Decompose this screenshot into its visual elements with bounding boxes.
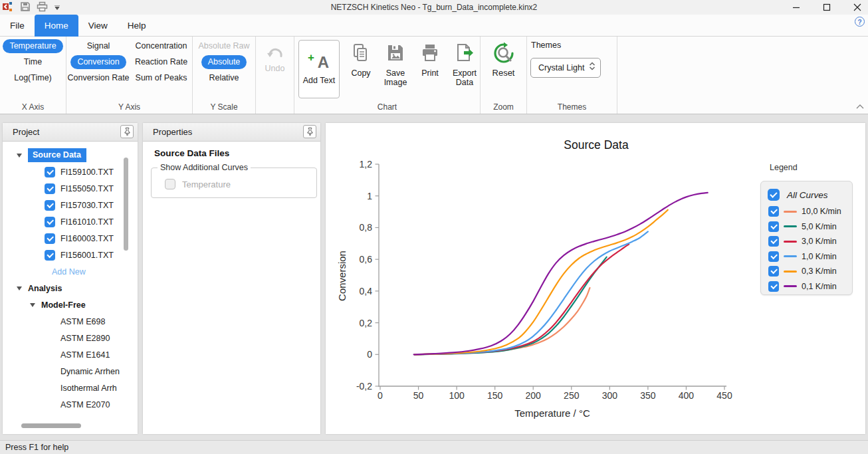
series-label: 10,0 K/min: [802, 207, 841, 216]
y-axis-signal-button[interactable]: Signal: [80, 39, 117, 53]
show-additional-curves-group: Show Additional Curves Temperature: [151, 163, 317, 198]
file-checkbox[interactable]: [45, 250, 55, 261]
svg-text:1,2: 1,2: [360, 159, 373, 170]
legend-series-row[interactable]: 10,0 K/min: [761, 204, 852, 219]
add-text-button[interactable]: +A Add Text: [298, 40, 340, 98]
legend-series-row[interactable]: 0,3 K/min: [761, 264, 852, 279]
file-checkbox[interactable]: [45, 183, 55, 194]
expand-triangle-icon[interactable]: [30, 303, 35, 307]
ribbon-group-y-axis: Signal Conversion Conversion Rate Concen…: [66, 37, 193, 114]
y-scale-relative-button[interactable]: Relative: [202, 71, 245, 85]
export-data-icon: [455, 43, 475, 66]
minimize-button[interactable]: [791, 2, 802, 13]
chart-title: Source Data: [564, 138, 629, 152]
source-file-row[interactable]: FI161010.TXT: [3, 213, 138, 230]
series-label: 5,0 K/min: [802, 222, 837, 231]
series-checkbox[interactable]: [768, 236, 779, 247]
source-file-row[interactable]: FI159100.TXT: [3, 164, 138, 180]
analysis-method-row[interactable]: ASTM E698: [3, 313, 138, 330]
project-panel-header: Project: [3, 123, 138, 142]
ribbon-group-y-scale: Absolute Raw Absolute Relative Y Scale: [193, 37, 256, 114]
svg-text:1: 1: [367, 191, 372, 201]
y-axis-sum-of-peaks-button[interactable]: Sum of Peaks: [133, 71, 190, 85]
analysis-method-row[interactable]: ASTM E2890: [3, 330, 138, 346]
copy-button[interactable]: Copy: [344, 43, 378, 87]
export-data-button[interactable]: Export Data: [447, 43, 482, 87]
reset-zoom-button[interactable]: Reset: [492, 68, 515, 78]
series-color-swatch: [784, 211, 797, 213]
legend-series-row[interactable]: 3,0 K/min: [761, 234, 852, 249]
file-checkbox[interactable]: [45, 200, 55, 211]
help-icon[interactable]: [855, 17, 865, 27]
expand-triangle-icon[interactable]: [17, 286, 22, 290]
source-file-row[interactable]: FI160003.TXT: [3, 230, 138, 247]
x-axis-logtime-button[interactable]: Log(Time): [7, 71, 58, 85]
y-axis-concentration-button[interactable]: Concentration: [133, 39, 190, 53]
svg-text:450: 450: [716, 390, 732, 401]
analysis-method-row[interactable]: Dynamic Arrhen: [3, 363, 138, 380]
series-color-swatch: [784, 225, 797, 227]
legend-series-row[interactable]: 5,0 K/min: [761, 219, 852, 235]
series-checkbox[interactable]: [768, 251, 779, 262]
legend-series-row[interactable]: 1,0 K/min: [761, 249, 852, 265]
pin-icon[interactable]: [120, 125, 134, 138]
collapse-ribbon-icon[interactable]: [856, 101, 864, 111]
source-file-row[interactable]: FI157030.TXT: [3, 197, 138, 213]
project-panel: Project Source Data FI159100.TXT FI15505…: [3, 123, 138, 434]
y-scale-absolute-button[interactable]: Absolute: [201, 55, 247, 69]
legend-box: All Curves 10,0 K/min 5,0 K/min 3,0 K/mi…: [760, 181, 853, 295]
source-file-row[interactable]: FI155050.TXT: [3, 180, 138, 197]
chart-panel: Source Data 0501001502002503003504004501…: [326, 123, 865, 434]
save-image-button[interactable]: Save Image: [378, 43, 413, 87]
tree-node-model-free[interactable]: Model-Free: [3, 296, 138, 313]
vertical-scrollbar-thumb[interactable]: [124, 158, 128, 251]
theme-select[interactable]: Crystal Light: [530, 58, 601, 78]
series-checkbox[interactable]: [768, 221, 779, 232]
y-axis-conversion-rate-button[interactable]: Conversion Rate: [66, 71, 130, 85]
svg-text:250: 250: [564, 390, 580, 401]
source-file-row[interactable]: FI156001.TXT: [3, 247, 138, 263]
tree-node-source-data[interactable]: Source Data: [3, 147, 138, 164]
series-checkbox[interactable]: [768, 266, 779, 277]
window-title: NETZSCH Kinetics Neo - Tg_burn_Data_inco…: [0, 3, 868, 12]
expand-triangle-icon[interactable]: [17, 154, 22, 158]
series-label: 3,0 K/min: [802, 237, 837, 246]
series-color-swatch: [784, 241, 797, 243]
legend-series-row[interactable]: 0,1 K/min: [761, 279, 852, 294]
file-checkbox[interactable]: [45, 167, 55, 177]
close-button[interactable]: [852, 2, 863, 13]
series-label: 0,1 K/min: [802, 282, 837, 291]
analysis-method-row[interactable]: Isothermal Arrh: [3, 380, 138, 396]
svg-text:350: 350: [640, 390, 656, 401]
tree-node-analysis[interactable]: Analysis: [3, 280, 138, 296]
data-curves: [414, 193, 708, 354]
legend-all-curves-row[interactable]: All Curves: [761, 185, 852, 204]
menu-tab-file[interactable]: File: [0, 15, 35, 37]
y-scale-absolute-raw-button: Absolute Raw: [197, 39, 251, 53]
x-axis-time-button[interactable]: Time: [17, 55, 49, 69]
legend-title: Legend: [770, 163, 798, 172]
y-axis-reaction-rate-button[interactable]: Reaction Rate: [132, 55, 190, 69]
analysis-method-row[interactable]: ASTM E2070: [3, 396, 138, 413]
menu-tab-view[interactable]: View: [78, 15, 118, 37]
print-button[interactable]: Print: [413, 43, 447, 87]
titlebar: NETZSCH Kinetics Neo - Tg_burn_Data_inco…: [0, 0, 868, 15]
horizontal-scrollbar-thumb[interactable]: [21, 423, 81, 428]
file-checkbox[interactable]: [45, 217, 55, 227]
analysis-method-row[interactable]: ASTM E1641: [3, 346, 138, 363]
menu-tab-home[interactable]: Home: [35, 15, 78, 37]
pin-icon[interactable]: [303, 125, 316, 138]
x-axis-temperature-button[interactable]: Temperature: [3, 39, 62, 53]
series-checkbox[interactable]: [768, 281, 779, 292]
file-checkbox[interactable]: [45, 233, 55, 244]
maximize-button[interactable]: [821, 2, 832, 13]
add-new-link[interactable]: Add New: [3, 263, 138, 280]
series-checkbox[interactable]: [768, 206, 779, 217]
project-panel-title: Project: [13, 127, 39, 137]
y-axis-conversion-button[interactable]: Conversion: [70, 55, 126, 69]
series-color-swatch: [784, 271, 797, 273]
ribbon: Temperature Time Log(Time) X Axis Signal…: [0, 37, 868, 114]
series-label: 1,0 K/min: [802, 252, 837, 261]
menu-tab-help[interactable]: Help: [118, 15, 156, 37]
all-curves-checkbox[interactable]: [768, 189, 780, 201]
